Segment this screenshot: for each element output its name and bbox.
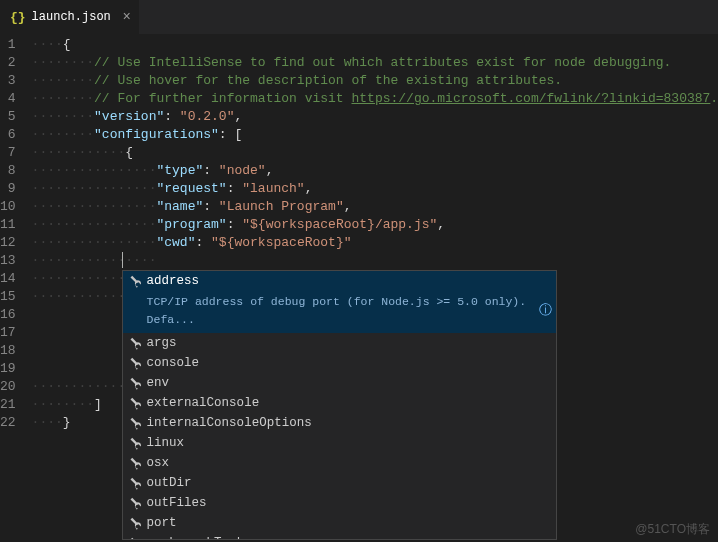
wrench-icon <box>127 356 141 370</box>
suggest-label: env <box>147 374 170 392</box>
tab-bar: {} launch.json × <box>0 0 718 34</box>
suggest-item[interactable]: internalConsoleOptions <box>123 413 556 433</box>
intellisense-popup[interactable]: address TCP/IP address of debug port (fo… <box>122 270 557 540</box>
wrench-icon <box>127 476 141 490</box>
tab-label: launch.json <box>32 10 111 24</box>
wrench-icon <box>127 496 141 510</box>
wrench-icon <box>127 536 141 540</box>
suggest-item[interactable]: port <box>123 513 556 533</box>
suggest-item[interactable]: outDir <box>123 473 556 493</box>
suggest-label: outFiles <box>147 494 207 512</box>
wrench-icon <box>127 336 141 350</box>
suggest-item[interactable]: env <box>123 373 556 393</box>
suggest-label: console <box>147 354 200 372</box>
suggest-item[interactable]: outFiles <box>123 493 556 513</box>
suggest-label: address <box>147 272 200 290</box>
code-area[interactable]: ····{ ········// Use IntelliSense to fin… <box>32 34 718 542</box>
close-icon[interactable]: × <box>122 9 130 25</box>
wrench-icon <box>127 376 141 390</box>
editor[interactable]: 12345678910111213141516171819202122 ····… <box>0 34 718 542</box>
watermark: @51CTO博客 <box>635 521 710 538</box>
info-icon[interactable]: ⓘ <box>539 302 552 320</box>
suggest-label: args <box>147 334 177 352</box>
suggest-item-selected[interactable]: address <box>123 271 556 291</box>
suggest-item[interactable]: linux <box>123 433 556 453</box>
suggest-label: linux <box>147 434 185 452</box>
suggest-item[interactable]: preLaunchTask <box>123 533 556 540</box>
suggest-label: internalConsoleOptions <box>147 414 312 432</box>
suggest-label: port <box>147 514 177 532</box>
suggest-item[interactable]: console <box>123 353 556 373</box>
json-icon: {} <box>10 10 26 25</box>
suggest-label: outDir <box>147 474 192 492</box>
wrench-icon <box>127 516 141 530</box>
suggest-item[interactable]: osx <box>123 453 556 473</box>
wrench-icon <box>127 416 141 430</box>
text-cursor <box>122 252 123 268</box>
suggest-label: externalConsole <box>147 394 260 412</box>
wrench-icon <box>127 396 141 410</box>
tab-launch-json[interactable]: {} launch.json × <box>0 0 139 34</box>
suggest-item[interactable]: args <box>123 333 556 353</box>
wrench-icon <box>127 274 141 288</box>
line-gutter: 12345678910111213141516171819202122 <box>0 34 32 542</box>
suggest-label: osx <box>147 454 170 472</box>
wrench-icon <box>127 456 141 470</box>
suggest-label: preLaunchTask <box>147 534 245 540</box>
wrench-icon <box>127 436 141 450</box>
doc-link[interactable]: https://go.microsoft.com/fwlink/?linkid=… <box>351 91 710 106</box>
suggest-item[interactable]: externalConsole <box>123 393 556 413</box>
suggest-detail: TCP/IP address of debug port (for Node.j… <box>123 291 556 333</box>
